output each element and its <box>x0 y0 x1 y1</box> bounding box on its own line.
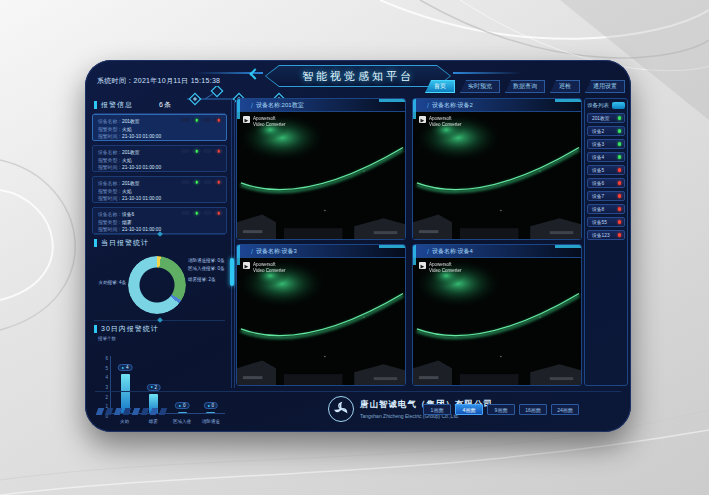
donut-label-smoke: 烟雾报警: 2条 <box>188 277 216 282</box>
alarm-list: 设备名称：201教室 报警类型：火焰 报警时间：21-10-10 01:00:0… <box>92 114 227 238</box>
video-panel-4[interactable]: 设备名称:设备4 ▶ ApowersoftVideo Converter <box>412 244 582 386</box>
y-tick-label: 4 <box>100 375 108 380</box>
video-title: 设备名称:设备3 <box>237 245 405 258</box>
main-nav: 首页 实时预览 数据查询 巡检 通用设置 <box>425 80 625 93</box>
video-title: 设备名称:设备4 <box>413 245 581 258</box>
layout-1-button[interactable]: 1画面 <box>423 404 451 415</box>
alarm-status-lights <box>181 118 223 122</box>
bar-value-bubble: 4 <box>118 364 133 371</box>
donut-label-flame: 火焰报警: 4条 <box>90 280 126 285</box>
device-status-dot <box>618 220 622 224</box>
video-watermark: ▶ ApowersoftVideo Converter <box>419 262 461 273</box>
device-list-title: 设备列表 <box>587 102 609 109</box>
alarm-time: 21-10-10 01:00:00 <box>122 227 161 232</box>
header-line-right <box>453 72 521 74</box>
layout-9-button[interactable]: 9画面 <box>487 404 515 415</box>
alarm-device-name: 201教室 <box>122 150 140 155</box>
x-tick-label: 烟雾 <box>139 416 168 426</box>
video-panel-3[interactable]: 设备名称:设备3 ▶ ApowersoftVideo Converter <box>236 244 406 386</box>
device-status-dot <box>618 233 622 237</box>
alarm-type: 烟雾 <box>122 220 132 225</box>
nav-data-query-button[interactable]: 数据查询 <box>505 80 545 93</box>
device-list-item[interactable]: 设备5 <box>587 165 625 175</box>
bar-value-bubble: 0 <box>175 402 190 409</box>
video-watermark: ▶ ApowersoftVideo Converter <box>419 116 461 127</box>
y-tick-label: 3 <box>100 385 108 390</box>
watermark-logo-icon: ▶ <box>243 116 250 123</box>
device-list-item[interactable]: 设备3 <box>587 139 625 149</box>
layout-4-button[interactable]: 4画面 <box>455 404 483 415</box>
y-tick-label: 6 <box>100 356 108 361</box>
title-frame: 智能视觉感知平台 <box>265 65 451 87</box>
bar-chart-ylabel: 报警个数 <box>98 336 116 341</box>
bar-column: 0 <box>168 412 197 413</box>
bar-value-bubble: 2 <box>146 384 161 391</box>
nav-settings-button[interactable]: 通用设置 <box>585 80 625 93</box>
video-feed[interactable] <box>413 258 581 385</box>
device-list-item[interactable]: 设备8 <box>587 204 625 214</box>
video-feed[interactable] <box>413 112 581 239</box>
device-list-item[interactable]: 设备123 <box>587 230 625 240</box>
video-panel-2[interactable]: 设备名称:设备2 ▶ ApowersoftVideo Converter <box>412 98 582 240</box>
bar-chart-plot: 4200 <box>110 356 225 414</box>
layout-24-button[interactable]: 24画面 <box>551 404 579 415</box>
y-tick-label: 2 <box>100 394 108 399</box>
alarm-list-scrollbar[interactable] <box>230 258 234 286</box>
company-logo-icon <box>328 396 354 422</box>
alarm-status-lights <box>181 211 223 215</box>
system-time-value: 2021年10月11日 15:15:38 <box>134 77 221 84</box>
donut-chart <box>128 256 186 314</box>
nav-inspection-button[interactable]: 巡检 <box>550 80 580 93</box>
alarm-status-lights <box>181 180 223 184</box>
device-list-panel: 设备列表 201教室 设备2 设备3 设备4 设备5 设备6 设备7 设备8 设… <box>584 98 628 386</box>
video-feed[interactable] <box>237 258 405 385</box>
alarm-panel-header: 报警信息 6条 <box>94 100 225 114</box>
system-time-label: 系统时间： <box>97 77 134 84</box>
donut-label-area: 区域入侵报警: 0条 <box>188 266 225 271</box>
column-divider <box>231 100 232 388</box>
nav-live-preview-button[interactable]: 实时预览 <box>460 80 500 93</box>
device-list-item[interactable]: 设备4 <box>587 152 625 162</box>
system-time: 系统时间：2021年10月11日 15:15:38 <box>97 76 220 86</box>
video-watermark: ▶ ApowersoftVideo Converter <box>243 262 285 273</box>
device-list-tab-button[interactable] <box>612 102 625 109</box>
footer-decoration <box>97 408 166 415</box>
alarm-count-badge: 6条 <box>159 100 172 110</box>
alarm-device-name: 设备6 <box>122 212 134 217</box>
device-status-dot <box>618 142 622 146</box>
device-list-item[interactable]: 设备6 <box>587 178 625 188</box>
device-status-dot <box>618 207 622 211</box>
view-layout-buttons: 1画面 4画面 9画面 16画面 24画面 <box>423 404 579 415</box>
bar-chart-xaxis: 火焰烟雾区域入侵消防通道 <box>110 416 225 426</box>
footer-divider <box>95 391 621 392</box>
alarm-list-item[interactable]: 设备名称：201教室 报警类型：火焰 报警时间：21-10-10 01:00:0… <box>92 145 227 172</box>
nav-home-button[interactable]: 首页 <box>425 80 455 93</box>
dashboard-panel: 系统时间：2021年10月11日 15:15:38 智能视觉感知平台 首页 实时… <box>85 60 631 432</box>
title-arrow-icon <box>249 68 260 79</box>
page-title: 智能视觉感知平台 <box>302 69 414 84</box>
x-tick-label: 区域入侵 <box>168 416 197 426</box>
alarm-time: 21-10-10 01:00:00 <box>122 165 161 170</box>
alarm-time: 21-10-10 01:00:00 <box>122 134 161 139</box>
layout-16-button[interactable]: 16画面 <box>519 404 547 415</box>
device-list-item[interactable]: 设备55 <box>587 217 625 227</box>
video-panel-1[interactable]: 设备名称:201教室 ▶ ApowersoftVideo Converter <box>236 98 406 240</box>
device-list-item[interactable]: 201教室 <box>587 113 625 123</box>
device-list-item[interactable]: 设备7 <box>587 191 625 201</box>
watermark-logo-icon: ▶ <box>419 116 426 123</box>
alarm-type: 火焰 <box>122 127 132 132</box>
device-status-dot <box>618 181 622 185</box>
section-divider <box>94 234 225 235</box>
alarm-device-name: 201教室 <box>122 181 140 186</box>
donut-label-fire-lane: 消防通道报警: 0条 <box>188 258 225 263</box>
alarm-list-item[interactable]: 设备名称：201教室 报警类型：火焰 报警时间：21-10-10 01:00:0… <box>92 114 227 141</box>
watermark-logo-icon: ▶ <box>419 262 426 269</box>
video-title: 设备名称:201教室 <box>237 99 405 112</box>
alarm-list-item[interactable]: 设备名称：201教室 报警类型：火焰 报警时间：21-10-10 01:00:0… <box>92 176 227 203</box>
section-divider <box>94 320 225 321</box>
video-title: 设备名称:设备2 <box>413 99 581 112</box>
alarm-time: 21-10-10 01:00:00 <box>122 196 161 201</box>
video-feed[interactable] <box>237 112 405 239</box>
alarm-sidebar: 报警信息 6条 设备名称：201教室 报警类型：火焰 报警时间：21-10-10… <box>90 100 229 426</box>
device-list-item[interactable]: 设备2 <box>587 126 625 136</box>
